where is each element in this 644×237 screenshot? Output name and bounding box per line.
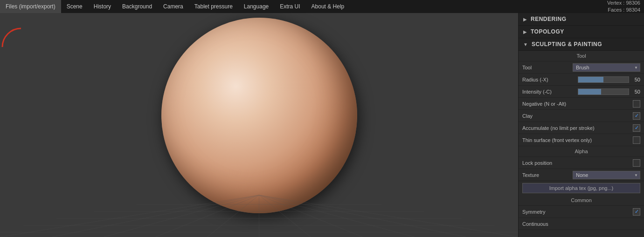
lock-position-control [633,159,640,167]
thin-surface-label: Thin surface (front vertex only) [522,137,633,143]
lock-position-label: Lock position [522,160,633,166]
tool-select[interactable]: Brush Flatten Smooth Pinch Nudge Rotate … [573,63,640,72]
menu-extra-ui[interactable]: Extra UI [274,0,305,13]
texture-row: Texture None Texture 1 Texture 2 [519,169,644,181]
radius-label: Radius (-X) [522,77,578,82]
continuous-row: Continuous [519,218,644,230]
texture-control: None Texture 1 Texture 2 [573,171,640,179]
intensity-value: 50 [631,89,640,95]
accumulate-checkbox[interactable] [633,124,640,132]
menu-files[interactable]: Files (import/export) [0,0,61,13]
tool-dropdown-wrapper[interactable]: Brush Flatten Smooth Pinch Nudge Rotate … [573,63,640,72]
common-subsection-label: Common [519,195,644,206]
intensity-label: Intensity (-C) [522,89,578,95]
symmetry-checkbox[interactable] [633,208,640,216]
thin-surface-row: Thin surface (front vertex only) [519,134,644,146]
svg-line-8 [155,195,259,237]
svg-line-5 [0,195,259,237]
clay-checkbox[interactable] [633,112,640,120]
radius-value: 50 [631,77,640,82]
clay-control [633,112,640,120]
intensity-fill [578,89,601,95]
texture-dropdown-wrapper[interactable]: None Texture 1 Texture 2 [573,171,640,179]
menu-about[interactable]: About & Help [306,0,350,13]
menu-camera[interactable]: Camera [158,0,189,13]
negative-control [633,100,640,108]
red-arc-decoration [0,26,23,49]
svg-line-15 [259,195,519,237]
texture-select[interactable]: None Texture 1 Texture 2 [573,171,640,179]
tool-subsection-label: Tool [519,51,644,61]
intensity-bar[interactable] [578,88,629,95]
right-panel: ▶ RENDERING ▶ TOPOLOGY ▼ SCULPTING & PAI… [518,13,644,237]
main-area: line { stroke: #555; stroke-width: 0.5; … [0,13,644,237]
accumulate-label: Accumulate (no limit per stroke) [522,125,633,131]
menubar: Files (import/export) Scene History Back… [0,0,644,13]
svg-line-13 [259,195,415,237]
negative-checkbox[interactable] [633,100,640,108]
viewport[interactable]: line { stroke: #555; stroke-width: 0.5; … [0,13,518,237]
topology-arrow: ▶ [523,29,527,34]
rendering-arrow: ▶ [523,17,527,22]
grid-floor: line { stroke: #555; stroke-width: 0.5; … [0,181,518,237]
thin-surface-checkbox[interactable] [633,136,640,144]
svg-line-11 [259,195,311,237]
tool-label: Tool [522,65,573,70]
menu-history[interactable]: History [88,0,117,13]
vertex-info: Vertex : 98306 Faces : 98304 [607,0,640,13]
topology-section-header[interactable]: ▶ TOPOLOGY [519,26,644,38]
vertex-count: Vertex : 98306 [607,0,640,7]
negative-label: Negative (N or -Alt) [522,101,633,107]
topology-title: TOPOLOGY [531,28,564,35]
sculpting-arrow: ▼ [523,42,528,47]
svg-line-9 [207,195,259,237]
symmetry-row: Symmetry [519,206,644,218]
tool-control: Brush Flatten Smooth Pinch Nudge Rotate … [573,63,640,72]
intensity-slider[interactable]: 50 [578,88,640,95]
symmetry-control [633,208,640,216]
radius-bar[interactable] [578,76,629,83]
svg-line-12 [259,195,363,237]
clay-row: Clay [519,110,644,122]
symmetry-label: Symmetry [522,209,633,215]
menu-background[interactable]: Background [117,0,158,13]
clay-label: Clay [522,113,633,119]
faces-count: Faces : 98304 [607,7,640,14]
menu-language[interactable]: Language [238,0,274,13]
accumulate-control [633,124,640,132]
lock-position-row: Lock position [519,157,644,169]
menu-scene[interactable]: Scene [61,0,88,13]
radius-fill [578,77,603,82]
negative-row: Negative (N or -Alt) [519,98,644,110]
alpha-subsection-label: Alpha [519,146,644,157]
menu-tablet[interactable]: Tablet pressure [189,0,238,13]
continuous-label: Continuous [522,221,640,227]
svg-line-6 [52,195,259,237]
radius-slider[interactable]: 50 [578,76,640,83]
texture-label: Texture [522,172,573,178]
svg-line-7 [104,195,259,237]
thin-surface-control [633,136,640,144]
intensity-row: Intensity (-C) 50 [519,86,644,98]
sculpting-title: SCULPTING & PAINTING [532,41,602,47]
rendering-section-header[interactable]: ▶ RENDERING [519,13,644,26]
import-alpha-button[interactable]: Import alpha tex (jpg, png...) [522,183,640,193]
radius-row: Radius (-X) 50 [519,74,644,86]
sculpting-section-header[interactable]: ▼ SCULPTING & PAINTING [519,38,644,51]
lock-position-checkbox[interactable] [633,159,640,167]
rendering-title: RENDERING [531,16,567,22]
tool-row: Tool Brush Flatten Smooth Pinch Nudge Ro… [519,61,644,74]
svg-line-14 [259,195,466,237]
accumulate-row: Accumulate (no limit per stroke) [519,122,644,134]
